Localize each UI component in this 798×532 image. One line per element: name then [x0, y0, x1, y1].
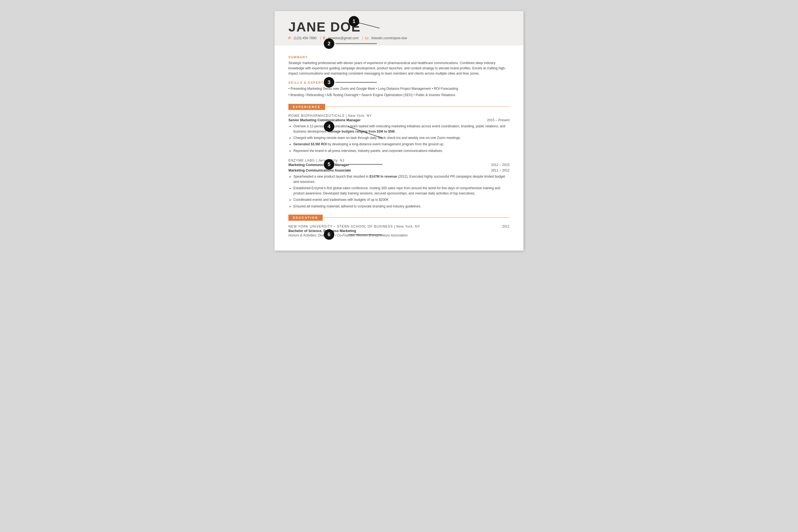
job-enzyme-dates-1: 2012 – 2015 [491, 163, 510, 167]
resume-body: SUMMARY Strategic marketing professional… [275, 45, 523, 250]
job-rowe-dates: 2015 – Present [487, 118, 510, 122]
experience-section-bar: EXPERIENCE [288, 104, 510, 110]
skills-line-2: • Branding / Rebranding • A/B Testing Ov… [288, 92, 510, 98]
annotation-6: 6 [324, 229, 334, 240]
job-enzyme-bullet-2: Established Enzyme's first global sales … [293, 186, 510, 196]
job-enzyme-title-row-2: Marketing Communications Associate 2011 … [288, 169, 510, 172]
job-enzyme-dates-2: 2011 – 2012 [491, 169, 510, 172]
skills-list: • Presenting Marketing Decks over Zoom a… [288, 86, 510, 98]
job-enzyme-bullets: Spearheaded a new product launch that re… [288, 174, 510, 209]
education-bar-line [323, 217, 510, 218]
edu-school-row: NEW YORK UNIVERSITY – STERN SCHOOL OF BU… [288, 225, 510, 228]
annotation-2: 2 [324, 38, 334, 49]
education-label: EDUCATION [288, 215, 323, 221]
education-section-bar: EDUCATION [288, 215, 510, 221]
experience-label: EXPERIENCE [288, 104, 325, 110]
job-enzyme-title-2: Marketing Communications Associate [288, 169, 351, 172]
phone-value: (123) 456-7890 [294, 36, 316, 40]
job-enzyme-title-1: Marketing Communications Manager [288, 163, 349, 167]
annotation-5: 5 [324, 159, 334, 170]
summary-heading: SUMMARY [288, 56, 510, 59]
job-enzyme-title-row-1: Marketing Communications Manager 2012 – … [288, 163, 510, 167]
email-value: janedoe@gmail.com [328, 36, 359, 40]
separator-2: | [362, 36, 363, 40]
job-rowe-company: ROWE BIOPHARMACEUTICALS | New York, NY [288, 114, 510, 118]
bold-budgets: Manage budgets ranging from $3M to $5M. [328, 130, 395, 133]
job-rowe: ROWE BIOPHARMACEUTICALS | New York, NY S… [288, 114, 510, 154]
resume-contact: P: (123) 456-7890 | E: janedoe@gmail.com… [288, 36, 510, 40]
job-enzyme-bullet-4: Ensured all marketing materials adhered … [293, 204, 510, 209]
edu-school-name: NEW YORK UNIVERSITY – STERN SCHOOL OF BU… [288, 225, 420, 228]
job-enzyme: ENZYME LABS | Jersey City, NJ Marketing … [288, 158, 510, 209]
annotation-4: 4 [324, 121, 334, 132]
bold-revenue: $147M in revenue [369, 175, 397, 178]
skills-heading: SKILLS & EXPERTISE [288, 81, 510, 84]
job-enzyme-company: ENZYME LABS | Jersey City, NJ [288, 158, 510, 163]
phone-label: P: [288, 36, 292, 40]
page-wrapper: 1 2 3 4 5 6 JANE DOE P: (123) 456-7890 [275, 11, 523, 250]
linkedin-label: Li: [365, 36, 369, 40]
resume-document: JANE DOE P: (123) 456-7890 | E: janedoe@… [275, 11, 523, 250]
summary-text: Strategic marketing professional with el… [288, 60, 510, 77]
job-rowe-bullet-2: Charged with keeping remote team on-task… [293, 135, 510, 140]
skills-line-1: • Presenting Marketing Decks over Zoom a… [288, 86, 510, 92]
experience-bar-line [325, 107, 510, 107]
job-rowe-bullet-4: Represent the brand in all press intervi… [293, 148, 510, 154]
job-rowe-title: Senior Marketing Communications Manager [288, 118, 361, 122]
resume-header: JANE DOE P: (123) 456-7890 | E: janedoe@… [275, 11, 523, 45]
edu-year: 2011 [502, 225, 510, 228]
job-enzyme-bullet-3: Coordinated events and tradeshows with b… [293, 197, 510, 203]
job-enzyme-bullet-1: Spearheaded a new product launch that re… [293, 174, 510, 185]
bold-roi: Generated $3.5M ROI [293, 142, 327, 146]
annotation-3: 3 [324, 77, 334, 88]
job-rowe-bullet-3: Generated $3.5M ROI by developing a long… [293, 142, 510, 147]
edu-honors: Honors & Activities: Dean's List / Co-Fo… [288, 233, 510, 237]
education-section: NEW YORK UNIVERSITY – STERN SCHOOL OF BU… [288, 225, 510, 237]
job-rowe-bullets: Oversee a 12-person communications team … [288, 124, 510, 154]
edu-degree: Bachelor of Science, Business Marketing [288, 229, 510, 233]
job-rowe-title-row: Senior Marketing Communications Manager … [288, 118, 510, 122]
annotation-1: 1 [349, 16, 359, 26]
separator-1: | [320, 36, 321, 40]
resume-name: JANE DOE [288, 19, 510, 35]
linkedin-value: linkedin.com/in/jane-doe [371, 36, 407, 40]
